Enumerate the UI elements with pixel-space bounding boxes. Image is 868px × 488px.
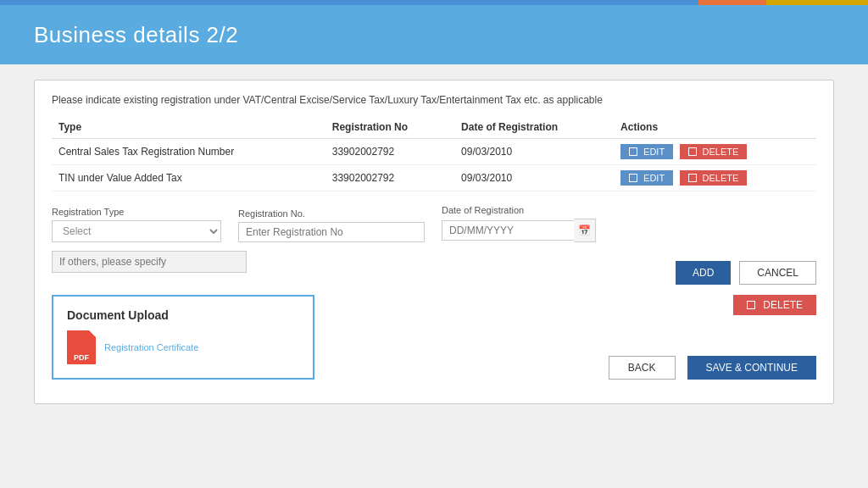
- col-date: Date of Registration: [454, 116, 614, 139]
- row1-delete-button[interactable]: DELETE: [680, 144, 748, 159]
- delete-bottom-icon: [747, 301, 755, 309]
- doc-file-label[interactable]: Registration Certificate: [104, 342, 198, 352]
- edit-icon: [629, 147, 637, 156]
- reg-no-group: Registration No.: [238, 208, 425, 242]
- calendar-icon[interactable]: 📅: [574, 219, 596, 242]
- date-group: Date of Registration 📅: [442, 205, 594, 242]
- row1-reg-no: 33902002792: [326, 139, 454, 165]
- reg-no-label: Registration No.: [238, 208, 425, 219]
- row2-edit-button[interactable]: EDIT: [620, 170, 673, 186]
- add-button[interactable]: ADD: [676, 261, 731, 285]
- others-group: [52, 251, 247, 273]
- col-type: Type: [52, 116, 326, 139]
- reg-type-group: Registration Type Select: [52, 207, 221, 242]
- top-bar-orange: [698, 0, 766, 5]
- row2-delete-button[interactable]: DELETE: [680, 170, 748, 186]
- row1-edit-button[interactable]: EDIT: [620, 144, 673, 159]
- row1-type: Central Sales Tax Registration Number: [52, 139, 326, 165]
- notice-text: Please indicate existing registration un…: [52, 94, 816, 106]
- cancel-button[interactable]: CANCEL: [739, 261, 816, 285]
- form-card: Please indicate existing registration un…: [34, 80, 834, 404]
- top-color-bar: [0, 0, 868, 5]
- reg-no-input[interactable]: [238, 222, 425, 242]
- row1-actions: EDIT DELETE: [614, 139, 816, 165]
- top-bar-gold: [766, 0, 868, 5]
- col-actions: Actions: [614, 116, 816, 139]
- row2-type: TIN under Value Added Tax: [52, 165, 326, 191]
- page-title: Business details 2/2: [34, 22, 238, 48]
- row2-date: 09/03/2010: [454, 165, 614, 191]
- page-header: Business details 2/2: [0, 5, 868, 64]
- registration-table: Type Registration No Date of Registratio…: [52, 116, 816, 191]
- doc-delete-button[interactable]: DELETE: [733, 295, 816, 315]
- nav-buttons: BACK SAVE & CONTINUE: [609, 356, 816, 380]
- row2-actions: EDIT DELETE: [614, 165, 816, 191]
- reg-type-label: Registration Type: [52, 207, 221, 217]
- delete-icon: [688, 174, 697, 182]
- add-cancel-buttons: ADD CANCEL: [676, 261, 816, 285]
- table-row: Central Sales Tax Registration Number 33…: [52, 139, 816, 165]
- edit-icon: [629, 174, 637, 182]
- back-button[interactable]: BACK: [609, 356, 676, 380]
- row2-reg-no: 33902002792: [326, 165, 454, 191]
- reg-type-select[interactable]: Select: [52, 220, 221, 242]
- delete-icon: [688, 147, 697, 156]
- others-input[interactable]: [52, 251, 247, 273]
- table-row: TIN under Value Added Tax 33902002792 09…: [52, 165, 816, 191]
- doc-item: PDF Registration Certificate: [67, 330, 299, 364]
- doc-upload-title: Document Upload: [67, 308, 299, 322]
- top-bar-blue: [0, 0, 698, 5]
- document-upload-section: Document Upload PDF Registration Certifi…: [52, 295, 314, 380]
- date-input[interactable]: [442, 220, 574, 241]
- add-registration-form: Registration Type Select Registration No…: [52, 205, 816, 242]
- date-input-wrapper: 📅: [442, 219, 594, 242]
- row1-date: 09/03/2010: [454, 139, 614, 165]
- pdf-icon: PDF: [67, 330, 96, 364]
- save-continue-button[interactable]: SAVE & CONTINUE: [687, 356, 816, 380]
- col-reg-no: Registration No: [326, 116, 454, 139]
- date-label: Date of Registration: [442, 205, 594, 215]
- main-content: Please indicate existing registration un…: [0, 64, 868, 488]
